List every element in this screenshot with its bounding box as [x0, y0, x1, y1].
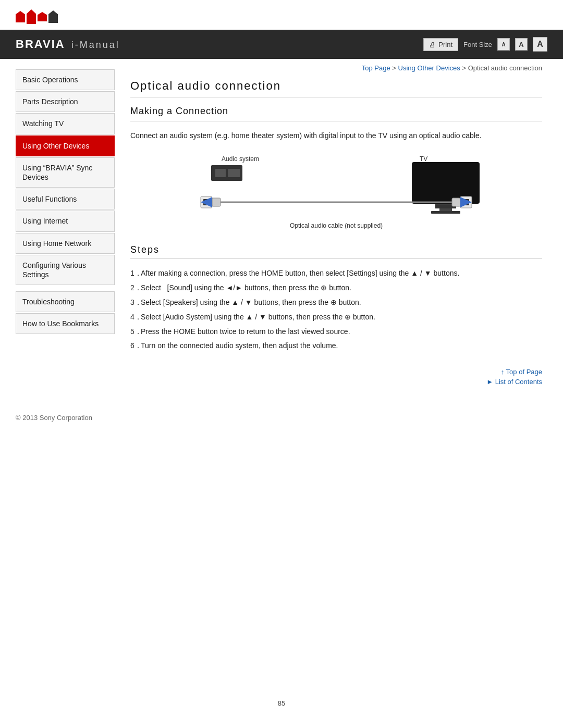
sidebar-item-troubleshooting[interactable]: Troubleshooting — [16, 291, 115, 312]
breadcrumb-using-other-devices[interactable]: Using Other Devices — [398, 64, 460, 72]
cable-connector-right — [452, 198, 460, 206]
sidebar-item-configuring-settings[interactable]: Configuring Various Settings — [16, 255, 115, 285]
sidebar-item-parts-description[interactable]: Parts Description — [16, 91, 115, 112]
font-large-button[interactable]: A — [533, 37, 547, 52]
font-size-label: Font Size — [463, 41, 492, 48]
copyright: © 2013 Sony Corporation — [16, 414, 92, 422]
step-1: 1． After making a connection, press the … — [130, 267, 542, 280]
connection-diagram: Audio system TV — [180, 151, 493, 234]
sidebar-item-useful-functions[interactable]: Useful Functions — [16, 189, 115, 209]
main-layout: Basic Operations Parts Description Watch… — [0, 59, 563, 398]
audio-system-label: Audio system — [222, 155, 259, 163]
printer-icon: 🖨 — [429, 41, 436, 48]
sidebar-item-using-other-devices[interactable]: Using Other Devices — [16, 135, 115, 156]
step-2: 2． Select [Sound] using the ◄/► buttons,… — [130, 282, 542, 294]
sidebar-item-watching-tv[interactable]: Watching TV — [16, 113, 115, 134]
footer-links: ↑ Top of Page ► List of Contents — [130, 368, 542, 386]
bravia-brand: BRAVIA — [16, 38, 65, 51]
step-5: 5． Press the HOME button twice to return… — [130, 326, 542, 338]
top-of-page-link[interactable]: ↑ Top of Page — [130, 368, 542, 376]
print-label: Print — [438, 41, 452, 48]
print-button[interactable]: 🖨 Print — [423, 38, 458, 51]
logo-tooth-4 — [48, 10, 58, 23]
header-controls: 🖨 Print Font Size A A A — [423, 37, 547, 52]
step-4: 4． Select [Audio System] using the ▲ / ▼… — [130, 311, 542, 324]
logo-tooth-1 — [16, 11, 25, 22]
sidebar: Basic Operations Parts Description Watch… — [0, 59, 115, 398]
audio-device-2 — [215, 169, 226, 177]
logo-area — [0, 0, 563, 30]
logo-tooth-2 — [27, 9, 36, 24]
section1-title: Making a Connection — [130, 106, 542, 117]
audio-device-3 — [228, 169, 240, 177]
diagram-container: Audio system TV — [130, 151, 542, 234]
sidebar-item-how-to-use[interactable]: How to Use Bookmarks — [16, 313, 115, 334]
page-title: Optical audio connection — [130, 79, 542, 93]
section2-title: Steps — [130, 244, 542, 255]
step-6: 6． Turn on the connected audio system, t… — [130, 340, 542, 352]
list-of-contents-link[interactable]: ► List of Contents — [130, 378, 542, 386]
steps-list: 1． After making a connection, press the … — [130, 267, 542, 352]
imanual-label: i-Manual — [71, 40, 120, 51]
sidebar-item-using-home-network[interactable]: Using Home Network — [16, 233, 115, 254]
breadcrumb-current: > Optical audio connection — [462, 64, 542, 72]
breadcrumb: Top Page > Using Other Devices > Optical… — [130, 64, 542, 72]
header-title: BRAVIA i-Manual — [16, 38, 120, 51]
logo-tooth-3 — [38, 12, 47, 21]
sidebar-item-basic-operations[interactable]: Basic Operations — [16, 69, 115, 90]
diagram: Audio system TV — [180, 151, 493, 234]
sony-logo — [16, 9, 58, 24]
breadcrumb-top-page[interactable]: Top Page — [362, 64, 390, 72]
sidebar-item-using-bravia-sync[interactable]: Using “BRAVIA” Sync Devices — [16, 157, 115, 188]
section1-divider — [130, 121, 542, 121]
cable-label: Optical audio cable (not supplied) — [290, 222, 383, 229]
step-3: 3． Select [Speakers] using the ▲ / ▼ but… — [130, 297, 542, 309]
cable-connector-left — [212, 198, 221, 206]
tv-label: TV — [420, 155, 427, 163]
page-number: 85 — [0, 699, 563, 707]
content-area: Top Page > Using Other Devices > Optical… — [115, 59, 563, 398]
font-small-button[interactable]: A — [497, 38, 510, 51]
sidebar-item-using-internet[interactable]: Using Internet — [16, 211, 115, 231]
title-divider — [130, 97, 542, 97]
intro-text: Connect an audio system (e.g. home theat… — [130, 130, 542, 141]
tv-stand-leg — [439, 208, 452, 211]
font-medium-button[interactable]: A — [515, 38, 528, 51]
tv-stand-base — [431, 211, 460, 214]
header-bar: BRAVIA i-Manual 🖨 Print Font Size A A A — [0, 30, 563, 59]
section2-divider — [130, 258, 542, 259]
page-footer: © 2013 Sony Corporation — [0, 409, 563, 432]
